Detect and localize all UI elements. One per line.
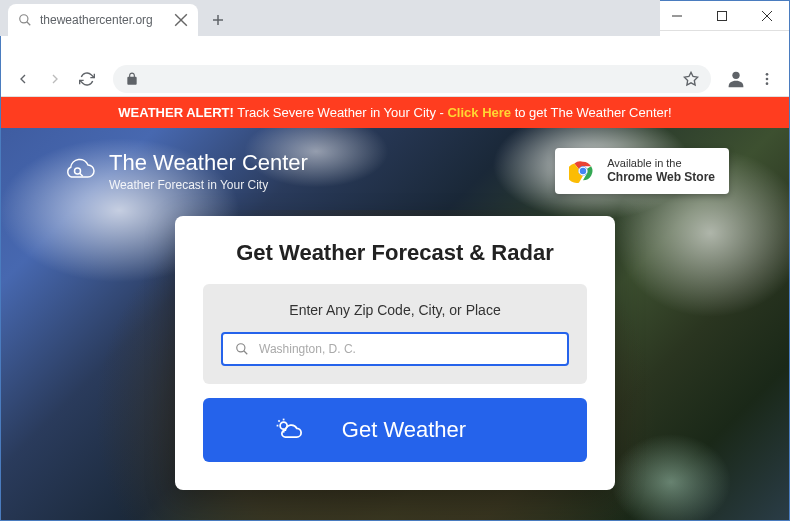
button-label: Get Weather	[342, 417, 466, 443]
alert-banner: WEATHER ALERT! Track Severe Weather in Y…	[1, 97, 789, 128]
svg-line-21	[244, 351, 248, 355]
get-weather-button[interactable]: Get Weather	[203, 398, 587, 462]
svg-point-11	[732, 71, 739, 78]
svg-point-0	[20, 15, 28, 23]
close-icon[interactable]	[174, 13, 188, 27]
svg-point-20	[237, 344, 245, 352]
maximize-button[interactable]	[699, 1, 744, 31]
search-card: Get Weather Forecast & Radar Enter Any Z…	[175, 216, 615, 490]
bookmark-star-icon[interactable]	[683, 71, 699, 87]
profile-button[interactable]	[723, 66, 749, 92]
svg-rect-7	[717, 11, 726, 20]
search-icon	[235, 342, 249, 356]
browser-tab[interactable]: theweathercenter.org	[8, 4, 198, 36]
alert-link[interactable]: Click Here	[447, 105, 511, 120]
location-input[interactable]	[259, 342, 555, 356]
search-icon	[18, 13, 32, 27]
chrome-icon	[569, 157, 597, 185]
alert-text2: to get The Weather Center!	[511, 105, 672, 120]
svg-line-26	[278, 420, 279, 421]
svg-point-14	[766, 82, 769, 85]
brand-title: The Weather Center	[109, 150, 308, 176]
new-tab-button[interactable]	[204, 6, 232, 34]
sun-cloud-icon	[274, 416, 302, 444]
svg-line-16	[80, 173, 83, 176]
chrome-store-badge[interactable]: Available in the Chrome Web Store	[555, 148, 729, 194]
svg-marker-10	[684, 72, 697, 85]
page-content: WEATHER ALERT! Track Severe Weather in Y…	[1, 97, 789, 521]
store-line1: Available in the	[607, 157, 681, 169]
svg-point-13	[766, 77, 769, 80]
tab-title: theweathercenter.org	[40, 13, 153, 27]
svg-point-12	[766, 73, 769, 76]
brand-subtitle: Weather Forecast in Your City	[109, 178, 308, 192]
minimize-button[interactable]	[654, 1, 699, 31]
alert-prefix: WEATHER ALERT!	[118, 105, 234, 120]
store-line2: Chrome Web Store	[607, 170, 715, 186]
address-bar	[1, 61, 789, 97]
page-header: The Weather Center Weather Forecast in Y…	[1, 128, 789, 204]
back-button[interactable]	[9, 65, 37, 93]
svg-point-15	[75, 168, 81, 174]
alert-text: Track Severe Weather in Your City -	[234, 105, 448, 120]
input-label: Enter Any Zip Code, City, or Place	[221, 302, 569, 318]
card-title: Get Weather Forecast & Radar	[203, 240, 587, 266]
reload-button[interactable]	[73, 65, 101, 93]
cloud-search-icon	[61, 153, 97, 189]
lock-icon	[125, 72, 139, 86]
input-section: Enter Any Zip Code, City, or Place	[203, 284, 587, 384]
forward-button[interactable]	[41, 65, 69, 93]
search-field[interactable]	[221, 332, 569, 366]
url-input[interactable]	[113, 65, 711, 93]
window-close-button[interactable]	[744, 1, 789, 31]
svg-line-1	[27, 22, 31, 26]
brand: The Weather Center Weather Forecast in Y…	[61, 150, 308, 192]
tab-strip: theweathercenter.org	[0, 0, 660, 36]
menu-button[interactable]	[753, 65, 781, 93]
